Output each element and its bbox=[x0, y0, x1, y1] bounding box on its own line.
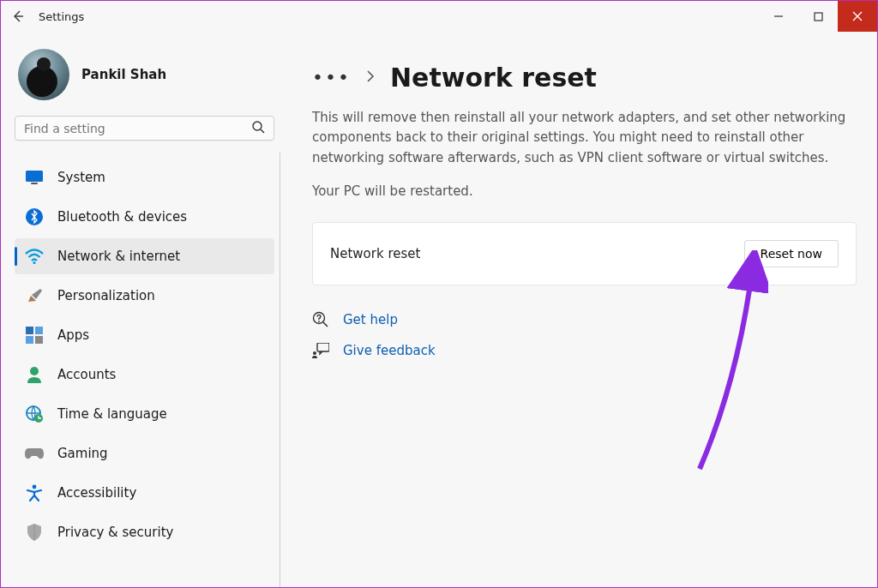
sidebar-item-label: Apps bbox=[57, 327, 89, 343]
svg-rect-8 bbox=[26, 336, 33, 344]
gamepad-icon bbox=[25, 444, 44, 463]
sidebar-item-time-language[interactable]: Time & language bbox=[15, 396, 274, 432]
monitor-icon bbox=[25, 168, 44, 187]
give-feedback-row: Give feedback bbox=[312, 342, 857, 359]
sidebar-item-apps[interactable]: Apps bbox=[15, 317, 274, 353]
search-icon bbox=[251, 120, 265, 137]
svg-rect-0 bbox=[815, 13, 822, 21]
network-reset-card: Network reset Reset now bbox=[312, 222, 857, 285]
nav-list: System Bluetooth & devices Network & int… bbox=[15, 153, 280, 587]
sidebar-item-label: Accessibility bbox=[57, 485, 136, 501]
main-content: ••• Network reset This will remove then … bbox=[288, 32, 877, 587]
search-field[interactable] bbox=[15, 116, 274, 141]
accessibility-icon bbox=[25, 483, 44, 502]
get-help-row: Get help bbox=[312, 311, 857, 328]
close-icon bbox=[852, 11, 863, 21]
search-input[interactable] bbox=[24, 122, 251, 135]
sidebar-item-privacy[interactable]: Privacy & security bbox=[15, 514, 274, 550]
help-icon bbox=[312, 311, 329, 328]
svg-rect-2 bbox=[26, 171, 43, 182]
svg-point-10 bbox=[30, 367, 39, 375]
wifi-icon bbox=[25, 247, 44, 266]
chevron-right-icon bbox=[366, 69, 375, 86]
apps-icon bbox=[25, 326, 44, 345]
feedback-icon bbox=[312, 342, 329, 359]
globe-clock-icon bbox=[25, 405, 44, 423]
svg-point-1 bbox=[253, 122, 262, 130]
svg-point-13 bbox=[33, 485, 37, 489]
sidebar-item-system[interactable]: System bbox=[15, 159, 274, 195]
svg-rect-3 bbox=[31, 183, 38, 184]
sidebar-item-label: Privacy & security bbox=[57, 525, 173, 540]
title-bar: Settings bbox=[1, 1, 877, 32]
svg-rect-9 bbox=[35, 336, 43, 344]
avatar bbox=[18, 49, 69, 100]
restart-notice: Your PC will be restarted. bbox=[312, 182, 857, 201]
sidebar-item-gaming[interactable]: Gaming bbox=[15, 435, 274, 471]
close-button[interactable] bbox=[838, 1, 877, 32]
window-title: Settings bbox=[35, 10, 84, 23]
sidebar-item-label: Accounts bbox=[57, 367, 116, 382]
sidebar-item-label: Bluetooth & devices bbox=[57, 209, 187, 225]
svg-point-15 bbox=[318, 321, 320, 322]
arrow-left-icon bbox=[11, 9, 25, 23]
svg-rect-6 bbox=[26, 327, 33, 334]
sidebar-item-label: Gaming bbox=[57, 446, 108, 461]
bluetooth-icon bbox=[25, 207, 44, 226]
page-title: Network reset bbox=[390, 63, 597, 93]
shield-icon bbox=[25, 523, 44, 542]
breadcrumb-more-button[interactable]: ••• bbox=[312, 67, 351, 88]
svg-point-5 bbox=[33, 261, 35, 264]
reset-now-button[interactable]: Reset now bbox=[744, 240, 839, 267]
svg-rect-16 bbox=[317, 343, 329, 351]
maximize-icon bbox=[814, 12, 823, 21]
sidebar-item-label: Network & internet bbox=[57, 249, 180, 264]
back-button[interactable] bbox=[1, 1, 35, 32]
sidebar-item-label: Personalization bbox=[57, 288, 155, 303]
page-description: This will remove then reinstall all your… bbox=[312, 108, 857, 168]
profile-name: Pankil Shah bbox=[81, 67, 166, 82]
sidebar-item-network[interactable]: Network & internet bbox=[15, 238, 274, 274]
sidebar-item-bluetooth[interactable]: Bluetooth & devices bbox=[15, 199, 274, 235]
card-label: Network reset bbox=[330, 246, 420, 261]
sidebar-item-accessibility[interactable]: Accessibility bbox=[15, 475, 274, 511]
sidebar-item-personalization[interactable]: Personalization bbox=[15, 278, 274, 314]
svg-rect-7 bbox=[35, 327, 43, 334]
sidebar-item-label: Time & language bbox=[57, 406, 167, 422]
profile-block[interactable]: Pankil Shah bbox=[15, 44, 280, 116]
user-icon bbox=[25, 365, 44, 384]
paintbrush-icon bbox=[25, 286, 44, 305]
sidebar: Pankil Shah System Bluetooth & devices bbox=[1, 32, 288, 587]
svg-point-17 bbox=[313, 351, 316, 355]
sidebar-item-label: System bbox=[57, 170, 105, 185]
minimize-button[interactable] bbox=[759, 1, 798, 32]
maximize-button[interactable] bbox=[798, 1, 838, 32]
breadcrumb: ••• Network reset bbox=[312, 63, 857, 93]
give-feedback-link[interactable]: Give feedback bbox=[343, 343, 436, 358]
minimize-icon bbox=[773, 11, 784, 21]
get-help-link[interactable]: Get help bbox=[343, 312, 398, 327]
sidebar-item-accounts[interactable]: Accounts bbox=[15, 357, 274, 393]
